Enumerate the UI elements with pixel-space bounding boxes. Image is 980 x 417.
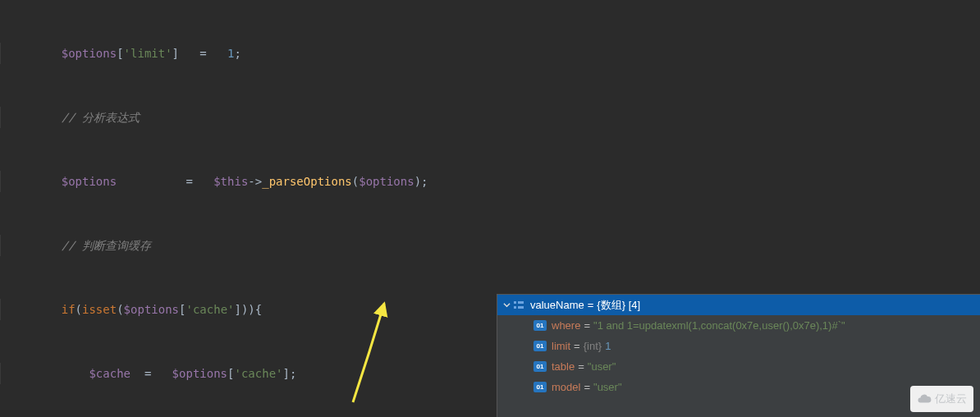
scalar-icon: 01: [534, 341, 547, 351]
scalar-icon: 01: [534, 382, 547, 392]
debug-var-key: table: [552, 356, 575, 377]
svg-rect-2: [518, 301, 524, 304]
debug-var-item[interactable]: 01 limit = {int} 1: [497, 336, 980, 356]
svg-rect-1: [514, 306, 516, 309]
debug-variables-panel[interactable]: valueName = {数组} [4] 01 where = "1 and 1…: [497, 294, 980, 417]
array-icon: [512, 299, 525, 312]
expand-icon[interactable]: [501, 301, 512, 309]
svg-rect-3: [518, 306, 524, 309]
debug-var-value: "user": [593, 377, 622, 397]
debug-var-value: "user": [588, 356, 616, 377]
debug-var-key: where: [552, 315, 580, 336]
debug-var-key: model: [552, 377, 580, 397]
cloud-icon: [917, 392, 932, 406]
debug-var-item[interactable]: 01 where = "1 and 1=updatexml(1,concat(0…: [497, 315, 980, 336]
debug-var-type: {数组} [4]: [597, 295, 640, 315]
code-line: // 判断查询缓存: [0, 235, 980, 256]
scalar-icon: 01: [534, 320, 547, 331]
code-line: $options = $this->_parseOptions($options…: [0, 171, 980, 192]
debug-var-item[interactable]: 01 model = "user": [497, 377, 980, 397]
watermark: 亿速云: [910, 386, 973, 412]
debug-var-value: 1: [605, 336, 611, 356]
code-line: $options['limit'] = 1;: [0, 43, 980, 64]
debug-var-value: "1 and 1=updatexml(1,concat(0x7e,user(),…: [593, 315, 845, 336]
debug-var-root[interactable]: valueName = {数组} [4]: [497, 295, 980, 315]
scalar-icon: 01: [534, 361, 547, 372]
debug-var-item[interactable]: 01 table = "user": [497, 356, 980, 377]
debug-var-key: limit: [552, 336, 570, 356]
debug-var-name: valueName: [530, 295, 584, 315]
svg-rect-0: [514, 301, 516, 304]
debug-var-type: {int}: [584, 336, 602, 356]
code-line: // 分析表达式: [0, 107, 980, 128]
